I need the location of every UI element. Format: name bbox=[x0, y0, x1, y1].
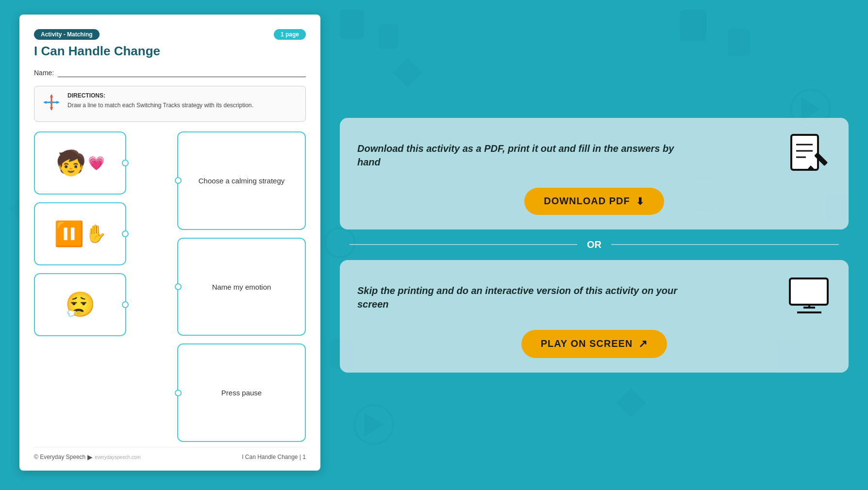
match-label-1: Choose a calming strategy bbox=[199, 177, 285, 185]
text-card-1: Choose a calming strategy bbox=[177, 131, 306, 230]
or-line-right bbox=[611, 244, 839, 245]
worksheet-panel: Activity - Matching 1 page I Can Handle … bbox=[19, 15, 320, 471]
name-line bbox=[58, 68, 306, 77]
char-2: ⏸️ bbox=[54, 220, 84, 248]
name-label: Name: bbox=[34, 69, 54, 77]
matching-area: 🧒 💗 ⏸️ ✋ 😮‍💨 bbox=[34, 131, 306, 442]
dot-left-1 bbox=[175, 177, 182, 184]
play-btn-label: PLAY ON SCREEN bbox=[541, 338, 633, 349]
monitor-icon bbox=[787, 275, 831, 320]
directions-icon bbox=[42, 93, 61, 115]
image-card-2: ⏸️ ✋ bbox=[34, 202, 126, 265]
svg-rect-30 bbox=[790, 278, 828, 305]
image-card-3: 😮‍💨 bbox=[34, 273, 126, 336]
directions-body: Draw a line to match each Switching Trac… bbox=[67, 101, 253, 110]
download-card-inner: Download this activity as a PDF, print i… bbox=[357, 132, 831, 178]
play-cursor-icon: ↗ bbox=[638, 338, 648, 350]
char-1: 🧒 bbox=[56, 149, 86, 177]
play-icon-footer: ▶ bbox=[87, 453, 93, 461]
footer-brand: © Everyday Speech ▶ everydayspeech.com bbox=[34, 453, 141, 461]
download-icon: ⬇ bbox=[636, 196, 645, 207]
worksheet-footer: © Everyday Speech ▶ everydayspeech.com I… bbox=[34, 447, 306, 461]
match-label-2: Name my emotion bbox=[212, 283, 271, 291]
directions-title: DIRECTIONS: bbox=[67, 92, 253, 99]
dot-right-3 bbox=[122, 301, 129, 308]
svg-marker-20 bbox=[50, 107, 53, 111]
dot-left-2 bbox=[175, 283, 182, 290]
directions-text: DIRECTIONS: Draw a line to match each Sw… bbox=[67, 92, 253, 110]
svg-marker-21 bbox=[43, 101, 47, 104]
left-column: 🧒 💗 ⏸️ ✋ 😮‍💨 bbox=[34, 131, 163, 442]
footer-page: I Can Handle Change | 1 bbox=[242, 454, 306, 460]
dot-right-2 bbox=[122, 230, 129, 237]
play-card: Skip the printing and do an interactive … bbox=[340, 260, 849, 373]
text-card-2: Name my emotion bbox=[177, 238, 306, 336]
hand-2: ✋ bbox=[85, 224, 107, 244]
text-card-3: Press pause bbox=[177, 343, 306, 442]
doc-edit-icon bbox=[787, 132, 831, 178]
or-divider: OR bbox=[340, 239, 849, 250]
play-card-inner: Skip the printing and do an interactive … bbox=[357, 275, 831, 320]
download-card-text: Download this activity as a PDF, print i… bbox=[357, 142, 689, 169]
footer-brand-text: © Everyday Speech bbox=[34, 454, 85, 460]
directions-box: DIRECTIONS: Draw a line to match each Sw… bbox=[34, 86, 306, 122]
download-pdf-button[interactable]: DOWNLOAD PDF ⬇ bbox=[524, 188, 664, 215]
worksheet-title: I Can Handle Change bbox=[34, 44, 306, 59]
directions-svg-icon bbox=[42, 93, 61, 112]
download-btn-label: DOWNLOAD PDF bbox=[544, 196, 630, 207]
badge-pages: 1 page bbox=[274, 29, 306, 40]
play-screen-button[interactable]: PLAY ON SCREEN ↗ bbox=[521, 330, 668, 358]
svg-rect-24 bbox=[791, 135, 818, 170]
image-card-1: 🧒 💗 bbox=[34, 131, 126, 195]
worksheet-header: Activity - Matching 1 page bbox=[34, 29, 306, 40]
or-line-left bbox=[350, 244, 577, 245]
dot-right-1 bbox=[122, 160, 129, 166]
or-label: OR bbox=[587, 239, 601, 250]
name-row: Name: bbox=[34, 68, 306, 77]
match-label-3: Press pause bbox=[221, 389, 262, 397]
play-card-text: Skip the printing and do an interactive … bbox=[357, 284, 689, 311]
char-3: 😮‍💨 bbox=[65, 291, 95, 319]
svg-marker-19 bbox=[50, 94, 53, 98]
badge-activity: Activity - Matching bbox=[34, 29, 100, 40]
svg-point-23 bbox=[50, 101, 53, 104]
download-card: Download this activity as a PDF, print i… bbox=[340, 118, 849, 229]
svg-marker-22 bbox=[56, 101, 60, 104]
footer-brand-name: everydayspeech.com bbox=[95, 455, 141, 460]
right-panel: Download this activity as a PDF, print i… bbox=[340, 15, 849, 475]
right-column: Choose a calming strategy Name my emotio… bbox=[177, 131, 306, 442]
main-layout: Activity - Matching 1 page I Can Handle … bbox=[0, 0, 868, 490]
heart-1: 💗 bbox=[88, 155, 105, 171]
dot-left-3 bbox=[175, 390, 182, 396]
